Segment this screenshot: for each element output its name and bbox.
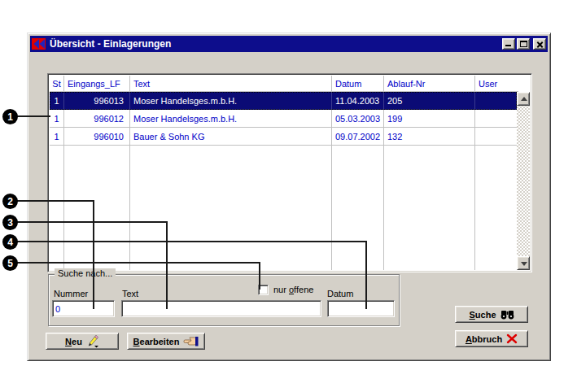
records-table: St Eingangs_LF Text Datum Ablauf-Nr User… (47, 73, 532, 272)
cell-eingangs-lf: 996012 (64, 110, 130, 128)
callout-1: 1 (2, 109, 18, 124)
callout-3: 3 (2, 215, 18, 230)
column-header-user[interactable]: User (475, 76, 518, 92)
callout-2-line (93, 200, 94, 309)
close-icon[interactable] (533, 38, 546, 50)
callout-4-line (17, 241, 367, 242)
cell-st: 1 (50, 128, 64, 146)
cell-st: 1 (50, 92, 64, 110)
column-header-text[interactable]: Text (130, 76, 332, 92)
neu-button[interactable]: Neu (46, 333, 119, 350)
callout-4: 4 (2, 234, 18, 250)
table-empty-area (50, 146, 517, 270)
callout-2: 2 (2, 194, 18, 209)
scroll-up-icon[interactable] (517, 92, 530, 106)
maximize-icon[interactable] (517, 38, 530, 50)
text-label: Text (122, 289, 138, 298)
datum-label: Datum (327, 289, 353, 298)
nummer-input[interactable] (52, 300, 115, 317)
callout-2-line (17, 200, 94, 202)
cell-datum: 09.07.2002 (332, 128, 384, 146)
cell-datum: 05.03.2003 (332, 110, 384, 128)
page: Übersicht - Einlagerungen St Eingangs_LF… (0, 0, 577, 392)
writing-hand-icon (183, 336, 199, 346)
cell-user (475, 128, 518, 146)
vertical-scrollbar[interactable] (517, 92, 530, 270)
column-header-datum[interactable]: Datum (332, 76, 384, 92)
cell-st: 1 (50, 110, 64, 128)
cell-text: Bauer & Sohn KG (130, 128, 332, 146)
red-x-icon (506, 333, 518, 344)
abbruch-button[interactable]: Abbruch (455, 330, 528, 347)
uebersicht-einlagerungen-window: Übersicht - Einlagerungen St Eingangs_LF… (27, 33, 551, 361)
cell-text: Moser Handelsges.m.b.H. (130, 110, 332, 128)
cell-text: Moser Handelsges.m.b.H. (130, 92, 332, 110)
callout-5-line (259, 262, 260, 290)
binoculars-icon (501, 310, 514, 320)
column-header-eingangs-lf[interactable]: Eingangs_LF (64, 76, 130, 92)
callout-5-line (17, 262, 260, 264)
table-row[interactable]: 1 996013 Moser Handelsges.m.b.H. 11.04.2… (50, 92, 517, 110)
column-header-st[interactable]: St (50, 76, 64, 92)
cell-user (475, 92, 518, 110)
cell-user (475, 110, 518, 128)
bearbeiten-button[interactable]: Bearbeiten (127, 333, 205, 350)
window-title: Übersicht - Einlagerungen (50, 38, 502, 50)
table-row[interactable]: 1 996010 Bauer & Sohn KG 09.07.2002 132 (50, 128, 517, 146)
titlebar[interactable]: Übersicht - Einlagerungen (30, 36, 548, 52)
cell-eingangs-lf: 996010 (64, 128, 130, 146)
text-input[interactable] (121, 300, 321, 317)
cell-ablauf-nr: 132 (384, 128, 475, 146)
callout-3-line (17, 221, 168, 223)
suche-button[interactable]: Suche (455, 306, 528, 323)
callout-4-line (365, 241, 367, 309)
table-header-row: St Eingangs_LF Text Datum Ablauf-Nr User (50, 76, 517, 92)
pencil-icon (86, 334, 99, 348)
groupbox-title: Suche nach... (55, 268, 116, 278)
column-header-ablauf-nr[interactable]: Ablauf-Nr (384, 76, 475, 92)
scroll-down-icon[interactable] (517, 256, 530, 270)
cell-eingangs-lf: 996013 (64, 92, 130, 110)
cell-datum: 11.04.2003 (332, 92, 384, 110)
nummer-label: Nummer (54, 289, 88, 298)
minimize-icon[interactable] (502, 38, 515, 50)
cell-ablauf-nr: 199 (384, 110, 475, 128)
callout-5: 5 (2, 255, 18, 271)
callout-3-line (166, 221, 168, 309)
suche-nach-groupbox: Suche nach... Nummer Text nur offene Dat… (48, 274, 400, 326)
nur-offene-label[interactable]: nur offene (273, 285, 313, 294)
cell-ablauf-nr: 205 (384, 92, 475, 110)
datum-input[interactable] (327, 300, 395, 317)
app-icon (32, 38, 46, 50)
table-row[interactable]: 1 996012 Moser Handelsges.m.b.H. 05.03.2… (50, 110, 517, 128)
callout-1-line (17, 115, 50, 117)
